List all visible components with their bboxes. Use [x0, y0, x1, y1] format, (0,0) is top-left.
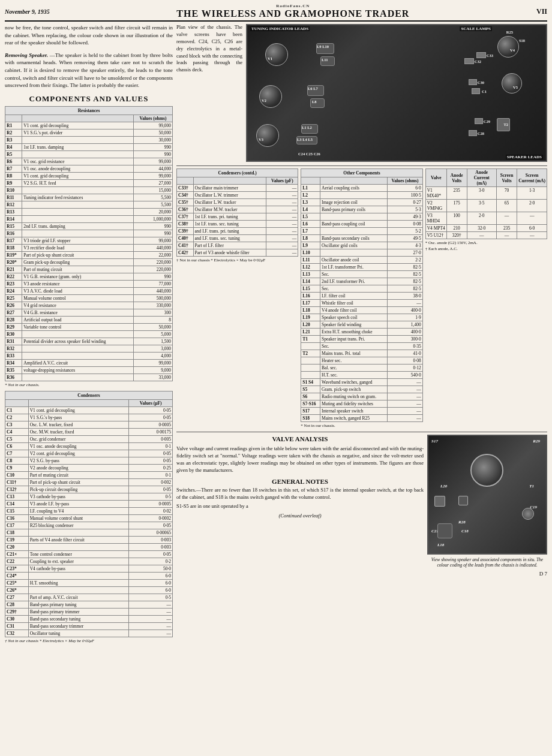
oc-desc: Oscillator grid coils [320, 242, 387, 249]
va-valve-hdr: Valve [425, 169, 446, 187]
res-ref: R10 [5, 186, 22, 194]
oc-ref [301, 343, 320, 350]
chassis-image-inner: TUNING INDICATOR LEADS SCALE LAMPS SPEAK… [247, 25, 546, 161]
table-row: V4 MPT421032·02356·0 [425, 225, 547, 232]
res-footnote: * Not in our chassis. [5, 382, 173, 387]
cond-desc [28, 529, 129, 536]
res-desc: voltage-dropping resistances [22, 366, 134, 374]
res-desc: Gram pick-up decoupling [22, 258, 134, 266]
cc-desc: Part of V3 anode whistle filter [193, 249, 266, 257]
oc-desc: Speaker speech coil [320, 314, 387, 321]
table-row: R18V3 rectifier diode load440,000 [5, 244, 173, 251]
table-row: C2V1 S.G.'s by-pass0·05 [5, 414, 173, 421]
table-row: R34Amplified A.V.C. circuit99,000 [5, 359, 173, 366]
table-row: C31Band-pass secondary trimmer— [5, 622, 173, 630]
oc-ref: L18 [301, 307, 320, 314]
cond-col-val: Values (μF) [129, 399, 173, 406]
res-desc [22, 230, 134, 237]
cond-val: 0·05 [129, 457, 173, 464]
oc-desc: Sec. [320, 343, 387, 350]
cond-desc: V1 osc. anode decoupling [28, 442, 129, 450]
oc-val: 82·5 [388, 278, 422, 285]
cond-val: 6·0 [129, 579, 173, 586]
res-desc: Artificial output load [22, 316, 134, 323]
c33-label: C33 [487, 53, 493, 58]
va-screen-v: — [496, 212, 517, 225]
cond-val: 0·005 [129, 435, 173, 442]
valve-analysis-title: VALVE ANALYSIS [176, 435, 424, 444]
table-row: C26*6·0 [5, 586, 173, 594]
res-desc [22, 150, 134, 158]
res-desc: V1 cont. grid decoupling [22, 122, 134, 129]
table-row: R3633,000 [5, 374, 173, 381]
va-anode-ma: 3·0 [467, 187, 496, 200]
cond-val: 0·5 [129, 594, 173, 601]
speaker-leads-label: SPEAKER LEADS [506, 155, 543, 159]
table-row: T2Mains trans. Pri. total41·0 [301, 350, 422, 357]
table-row: R25Manual volume control500,000 [5, 294, 173, 302]
cond-contd-footnote: † Not in our chassis * Electrolytics × M… [176, 258, 298, 263]
bottom-left: VALVE ANALYSIS Valve voltage and current… [176, 435, 424, 568]
cond-desc: V1 S.G.'s by-pass [28, 414, 129, 421]
condensers-table-container: Condensers Values (μF) C1V1 cont. grid d… [5, 391, 173, 643]
table-row: R5990 [5, 150, 173, 158]
table-row: S6Radio muting switch on gram.— [301, 393, 422, 400]
oc-desc: Band-pass primary coils [320, 206, 387, 213]
oc-desc: I.F. filter coil [320, 293, 387, 300]
oc-ref: S6 [301, 393, 320, 400]
table-row: R7V1 osc. anode decoupling44,000 [5, 165, 173, 172]
res-desc: 2nd I.F. trans. damping [22, 222, 134, 230]
v2-label: V2 [262, 98, 266, 103]
page-num-bottom: D 7 [176, 571, 547, 577]
res-ref: R13 [5, 208, 22, 215]
r29-speaker-label: R29 [533, 439, 540, 444]
cond-ref: C11† [5, 478, 29, 486]
table-row: S17Internal speaker switch— [301, 408, 422, 415]
cond-ref: C10 [5, 471, 29, 478]
oc-desc: Muting and fidelity switches [320, 400, 387, 408]
table-row: R27V4 G.B. resistance300 [5, 309, 173, 316]
res-col-val: Values (ohms) [133, 115, 172, 122]
right-column: Plan view of the chassis. The valve scre… [176, 24, 547, 647]
left-column: now be free, the tone control, speaker s… [5, 24, 173, 647]
table-row: C40†and I.F. trans. sec. tuning— [177, 235, 298, 242]
cond-desc: Tone control condenser [28, 550, 129, 558]
table-row: C12†Pick-up circuit decoupling0·05 [5, 486, 173, 493]
cc-val: — [266, 199, 298, 206]
cc-desc: 1st I.F. trans. sec. tuning [193, 221, 266, 228]
bottom-section: VALVE ANALYSIS Valve voltage and current… [176, 435, 547, 568]
oc-val: 4·3 [388, 242, 422, 249]
table-row: R23V3 anode resistance77,000 [5, 280, 173, 287]
va-screen-ma: 1·3 [517, 187, 547, 200]
cond-val: 0·00175 [129, 428, 173, 435]
table-row: R1015,000 [5, 186, 173, 194]
cc-desc: and I.F. trans. sec. tuning [193, 235, 266, 242]
cond-col-ref [5, 399, 29, 406]
res-desc: Manual volume control [22, 294, 134, 302]
res-val: 990 [133, 230, 172, 237]
cond-val: 0·5 [129, 493, 173, 500]
table-row: C28Band-pass primary tuning— [5, 601, 173, 608]
cond-val: 6·0 [129, 586, 173, 594]
cap-c33 [476, 52, 486, 58]
oc-desc: Bal. sec. [320, 365, 387, 372]
res-ref: R26 [5, 302, 22, 309]
oc-val: 2·2 [388, 257, 422, 264]
res-ref: R30 [5, 330, 22, 338]
res-ref: R8 [5, 172, 22, 179]
t1-speaker-label: T1 [529, 484, 534, 489]
v1-label: V1 [268, 56, 272, 61]
res-desc: Variable tone control [22, 323, 134, 330]
cond-desc: V3 anode I.F. by-pass [28, 500, 129, 507]
oc-val: 0·12 [388, 365, 422, 372]
res-ref: R22 [5, 273, 22, 280]
cond-desc: Oscillator tuning [28, 630, 129, 637]
table-row: R19*Part of pick-up shunt circuit22,000 [5, 251, 173, 258]
table-row: C13V3 cathode by-pass0·5 [5, 493, 173, 500]
table-row: L1Aerial coupling coils6·0 [301, 185, 422, 192]
res-ref: R24 [5, 287, 22, 294]
cond-ref: C1 [5, 406, 29, 414]
table-row: R29Variable tone control50,000 [5, 323, 173, 330]
cond-ref: C20 [5, 543, 29, 550]
table-row: R21Part of muting circuit220,000 [5, 266, 173, 273]
